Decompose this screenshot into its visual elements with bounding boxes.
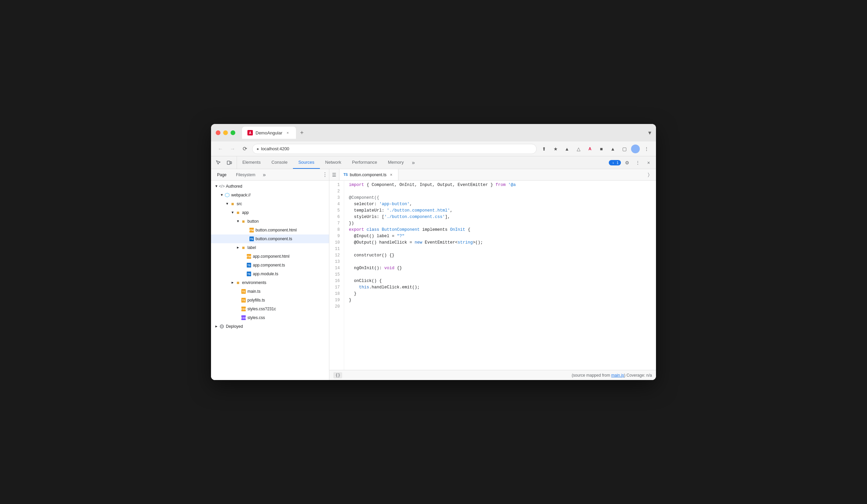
svg-text:TS: TS (242, 291, 245, 293)
close-button[interactable] (216, 130, 221, 135)
tab-elements[interactable]: Elements (237, 156, 266, 169)
svg-marker-4 (225, 193, 229, 197)
address-bar[interactable]: ● localhost:4200 (252, 144, 537, 154)
app-arrow-icon: ▼ (230, 210, 235, 215)
src-label: src (237, 200, 242, 207)
tab-bar: A DemoAngular × + (242, 127, 644, 139)
tab-sources[interactable]: Sources (293, 156, 320, 169)
svg-text:HTML: HTML (249, 229, 254, 231)
app-label: app (242, 209, 249, 216)
deployed-icon (219, 324, 225, 329)
tree-item-styles-hash[interactable]: CSS styles.css?231c (211, 305, 329, 313)
forward-button[interactable]: → (228, 144, 237, 154)
traffic-lights (216, 130, 235, 135)
device-toggle-icon[interactable] (225, 158, 234, 167)
polyfills-file-icon: TS (241, 297, 246, 303)
more-subtabs-button[interactable]: » (260, 172, 268, 178)
pretty-print-button[interactable]: {} (333, 372, 342, 378)
layout-icon[interactable]: ▢ (620, 144, 629, 154)
code-line-14: ngOnInit(): void {} (349, 265, 656, 272)
devtools-header-right: 1 1 ⚙ ⋮ × (609, 158, 656, 167)
bookmark-button[interactable]: ★ (551, 144, 560, 154)
tab-network[interactable]: Network (320, 156, 347, 169)
line-num-11: 11 (332, 246, 340, 252)
tree-item-app[interactable]: ▼ ■ app (211, 208, 329, 217)
line-num-4: 4 (332, 201, 340, 208)
tree-item-main-ts[interactable]: TS main.ts (211, 287, 329, 296)
line-numbers: 1 2 3 4 5 6 7 8 9 10 11 12 13 14 (329, 180, 344, 370)
tree-item-webpack[interactable]: ▼ webpack:// (211, 191, 329, 199)
tree-item-deployed[interactable]: ► Deployed (211, 322, 329, 331)
notification-badge: 1 1 (609, 160, 621, 165)
editor-tab-button-ts[interactable]: TS button.component.ts × (340, 169, 398, 180)
code-content[interactable]: import { Component, OnInit, Input, Outpu… (344, 180, 656, 370)
toggle-sidebar-button[interactable]: 〉 (644, 170, 653, 179)
sources-subtabs: Page Filesystem » ⋮ (211, 169, 329, 180)
tree-item-environments[interactable]: ► ■ environments (211, 278, 329, 287)
tab-memory[interactable]: Memory (383, 156, 409, 169)
tree-item-src[interactable]: ▼ ■ src (211, 199, 329, 208)
avatar[interactable] (631, 144, 640, 153)
more-options-button[interactable]: ⋮ (633, 158, 642, 167)
minimize-button[interactable] (223, 130, 228, 135)
window-dropdown-icon[interactable]: ▾ (648, 129, 651, 136)
button-ts-label: button.component.ts (256, 235, 292, 242)
tree-item-button-ts[interactable]: TS button.component.ts (211, 234, 329, 243)
menu-button[interactable]: ⋮ (642, 144, 651, 154)
deployed-arrow-icon: ► (214, 324, 219, 329)
tree-item-app-html[interactable]: HTML app.component.html (211, 252, 329, 261)
tree-item-app-ts[interactable]: TS app.component.ts (211, 261, 329, 270)
devtools-header: Elements Console Sources Network Perform… (211, 156, 656, 169)
editor-tab-close-button[interactable]: × (389, 172, 394, 177)
tree-item-authored[interactable]: ▼ </> Authored (211, 182, 329, 191)
line-num-12: 12 (332, 252, 340, 259)
share-button[interactable]: ⬆ (539, 144, 549, 154)
authored-label: Authored (226, 183, 242, 190)
tree-item-button-html[interactable]: HTML button.component.html (211, 226, 329, 234)
browser-tab[interactable]: A DemoAngular × (242, 127, 296, 139)
devtools-icon[interactable]: △ (574, 144, 583, 154)
svg-rect-0 (227, 161, 230, 164)
app-folder-icon: ■ (235, 210, 241, 215)
settings-button[interactable]: ⚙ (622, 158, 632, 167)
inspect-tool-icon[interactable] (214, 158, 223, 167)
url-text: localhost:4200 (261, 146, 289, 151)
subtab-menu-button[interactable]: ⋮ (322, 172, 328, 178)
subtab-filesystem[interactable]: Filesystem (231, 169, 260, 180)
tree-item-polyfills[interactable]: TS polyfills.ts (211, 296, 329, 305)
new-tab-button[interactable]: + (297, 128, 307, 138)
tree-item-app-module[interactable]: TS app.module.ts (211, 270, 329, 278)
tab-close-button[interactable]: × (285, 130, 291, 135)
flask-icon[interactable]: ▲ (608, 144, 618, 154)
puzzle-icon[interactable]: ■ (597, 144, 606, 154)
tab-console[interactable]: Console (266, 156, 293, 169)
app-ts-label: app.component.ts (253, 262, 285, 269)
code-line-6: styleUrls: ['./button.component.css'], (349, 214, 656, 220)
tree-item-styles-css[interactable]: CSS styles.css (211, 313, 329, 322)
tab-performance[interactable]: Performance (346, 156, 382, 169)
src-arrow-icon: ▼ (225, 201, 230, 207)
source-mapped-text: (source mapped from (572, 373, 611, 378)
button-html-spacer (243, 227, 249, 233)
line-num-1: 1 (332, 182, 340, 188)
more-tabs-button[interactable]: » (409, 160, 418, 166)
styles-css-spacer (235, 315, 241, 320)
source-mapped-suffix: ) Coverage: n/a (624, 373, 652, 378)
styles-css-label: styles.css (247, 314, 265, 321)
source-mapped-link[interactable]: main.js (611, 373, 624, 378)
line-num-16: 16 (332, 278, 340, 284)
close-devtools-button[interactable]: × (644, 158, 653, 167)
code-line-7: }) (349, 220, 656, 227)
extensions-icon[interactable]: ▲ (562, 144, 572, 154)
line-num-13: 13 (332, 259, 340, 265)
toggle-navigator-button[interactable]: ☰ (329, 169, 340, 180)
tree-item-label[interactable]: ► ■ label (211, 243, 329, 252)
reload-button[interactable]: ⟳ (240, 144, 249, 154)
maximize-button[interactable] (231, 130, 235, 135)
browser-window: A DemoAngular × + ▾ ← → ⟳ ● localhost:42… (211, 124, 656, 380)
subtab-page[interactable]: Page (212, 169, 231, 180)
editor-tab-title: button.component.ts (350, 173, 387, 177)
tree-item-button[interactable]: ▼ ■ button (211, 217, 329, 226)
angular-devtools-icon[interactable]: A (585, 144, 595, 154)
back-button[interactable]: ← (216, 144, 225, 154)
